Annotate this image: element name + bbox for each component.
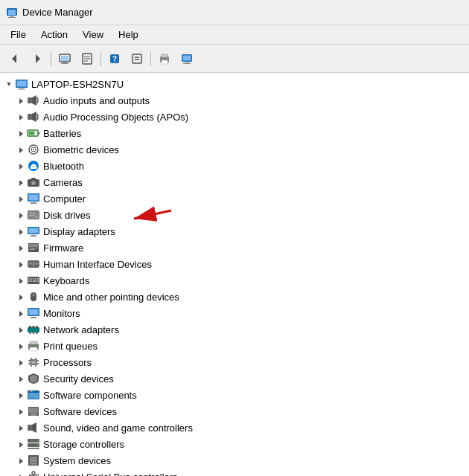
svg-rect-1 [8,10,16,15]
app-icon [6,7,18,19]
expand-btn-9[interactable] [15,242,27,254]
tree-row-15[interactable]: Print queues [0,338,469,354]
svg-marker-145 [19,458,23,464]
help-button[interactable]: ? [104,48,125,69]
svg-point-78 [30,262,31,263]
menu-action[interactable]: Action [34,28,75,42]
show-hide-button[interactable] [54,48,75,69]
svg-text:?: ? [112,55,117,63]
svg-point-143 [37,440,39,442]
tree-node-14: Network adapters [0,321,469,338]
expand-btn-21[interactable] [15,438,27,450]
expand-btn-19[interactable] [15,405,27,417]
expand-btn-18[interactable] [15,389,27,401]
tree-row-5[interactable]: Cameras [0,174,469,190]
tree-row-root[interactable]: ▼ LAPTOP-ESH2SN7U [0,76,469,92]
tree-row-2[interactable]: Batteries [0,125,469,141]
tree-row-3[interactable]: Biometric devices [0,141,469,158]
svg-rect-137 [28,425,32,431]
tree-row-17[interactable]: Security devices [0,370,469,387]
update-button[interactable] [127,48,147,69]
tree-row-8[interactable]: Display adapters [0,223,469,239]
tree-row-19[interactable]: Software devices [0,403,469,419]
svg-rect-147 [30,457,37,463]
menu-help[interactable]: Help [111,28,146,42]
tree-row-14[interactable]: Network adapters [0,321,469,338]
svg-rect-32 [28,97,32,103]
expand-btn-5[interactable] [15,176,27,188]
expand-btn-0[interactable] [15,94,27,106]
expand-btn-2[interactable] [15,127,27,139]
node-label-22: System devices [43,455,111,466]
expand-btn-20[interactable] [15,422,27,434]
node-label-6: Computer [43,193,86,205]
svg-point-112 [36,345,38,347]
expand-btn-12[interactable] [15,291,27,303]
tree-node-17: Security devices [0,370,469,387]
expand-btn-10[interactable] [15,258,27,270]
node-icon-10 [27,257,40,271]
expand-btn-13[interactable] [15,307,27,319]
svg-rect-2 [10,16,14,17]
menu-view[interactable]: View [75,28,111,42]
node-icon-16 [27,356,40,369]
svg-rect-30 [18,89,25,90]
svg-text:⏏: ⏏ [30,161,38,170]
svg-rect-110 [30,341,37,344]
tree-row-10[interactable]: Human Interface Devices [0,256,469,272]
node-label-14: Network adapters [43,324,119,335]
menu-file[interactable]: File [3,28,34,42]
expand-btn-15[interactable] [15,340,27,352]
tree-row-11[interactable]: Keyboards [0,272,469,289]
svg-rect-102 [29,326,31,328]
tree-row-9[interactable]: Firmware [0,239,469,256]
svg-rect-66 [29,228,39,234]
expand-btn-14[interactable] [15,324,27,335]
node-icon-8 [27,225,40,238]
tree-row-22[interactable]: System devices [0,452,469,469]
expand-btn-4[interactable] [15,160,27,172]
expand-btn-23[interactable] [15,471,27,476]
main-content[interactable]: ▼ LAPTOP-ESH2SN7U Audio inputs and outpu… [0,73,469,476]
expand-btn-8[interactable] [15,225,27,237]
tree-node-3: Biometric devices [0,141,469,158]
forward-button[interactable] [27,48,48,69]
svg-rect-52 [31,178,36,180]
svg-marker-5 [36,54,40,63]
back-button[interactable] [4,48,25,69]
tree-row-20[interactable]: Sound, video and game controllers [0,419,469,436]
expand-btn-17[interactable] [15,373,27,385]
tree-row-18[interactable]: Software components [0,387,469,403]
node-label-23: Universal Serial Bus controllers [43,472,178,477]
tree-row-16[interactable]: Processors [0,354,469,370]
tree-row-1[interactable]: Audio Processing Objects (APOs) [0,109,469,125]
tree-row-23[interactable]: Universal Serial Bus controllers [0,469,469,476]
expand-btn-3[interactable] [15,144,27,155]
tree-node-8: Display adapters [0,223,469,239]
node-label-16: Processors [43,357,92,368]
properties-button[interactable] [77,48,98,69]
tree-row-6[interactable]: Computer [0,190,469,207]
expand-btn-6[interactable] [15,193,27,205]
expand-btn-22[interactable] [15,454,27,466]
tree-row-13[interactable]: Monitors [0,305,469,321]
tree-row-12[interactable]: Mice and other pointing devices [0,289,469,305]
tree-row-4[interactable]: ⏏Bluetooth [0,158,469,174]
tree-row-7[interactable]: Disk drives [0,207,469,223]
main-content-wrapper: ▼ LAPTOP-ESH2SN7U Audio inputs and outpu… [0,73,469,476]
expand-btn-1[interactable] [15,111,27,123]
monitor-button[interactable] [176,48,197,69]
node-icon-5 [27,176,40,189]
tree-row-0[interactable]: Audio inputs and outputs [0,92,469,109]
tree-node-11: Keyboards [0,272,469,289]
print-button[interactable] [154,48,175,69]
expand-root[interactable]: ▼ [3,78,15,90]
tree-row-21[interactable]: Storage controllers [0,436,469,452]
svg-rect-29 [19,89,24,89]
node-icon-3 [27,143,40,156]
expand-btn-11[interactable] [15,274,27,286]
expand-btn-7[interactable] [15,209,27,221]
svg-marker-4 [12,54,16,63]
tree-node-root: ▼ LAPTOP-ESH2SN7U Audio inputs and outpu… [0,76,469,476]
expand-btn-16[interactable] [15,356,27,368]
